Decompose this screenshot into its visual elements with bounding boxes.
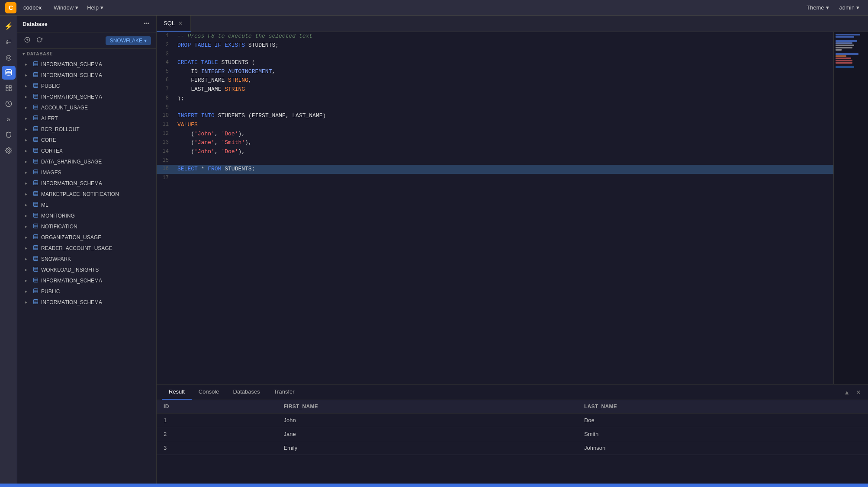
db-add-btn[interactable] (23, 36, 32, 45)
db-tree-item[interactable]: ▸ INFORMATION_SCHEMA (17, 70, 156, 80)
code-row[interactable]: 4CREATE TABLE STUDENTS ( (157, 58, 833, 67)
sidebar-item-history[interactable] (2, 97, 16, 111)
expand-icon: ▸ (25, 224, 30, 229)
menu-help[interactable]: Help (84, 3, 107, 13)
db-tree-item[interactable]: ▸ INFORMATION_SCHEMA (17, 91, 156, 102)
code-row[interactable]: 14 ('John', 'Doe'), (157, 147, 833, 157)
schema-icon (33, 277, 39, 284)
schema-icon (33, 83, 39, 89)
db-tree-item[interactable]: ▸ BCR_ROLLOUT (17, 124, 156, 135)
sidebar-item-shield[interactable] (2, 128, 16, 142)
db-tree-item[interactable]: ▸ PUBLIC (17, 286, 156, 297)
code-row[interactable]: 6 FIRST_NAME STRING, (157, 76, 833, 85)
svg-rect-61 (34, 202, 38, 207)
db-tree-item[interactable]: ▸ ORGANIZATION_USAGE (17, 232, 156, 243)
schema-icon (33, 72, 39, 78)
sidebar-item-settings[interactable] (2, 144, 16, 157)
db-section-label[interactable]: ▾ DATABASE (17, 49, 156, 59)
db-tree-item[interactable]: ▸ CORTEX (17, 145, 156, 156)
expand-icon: ▸ (25, 235, 30, 240)
db-tree-item[interactable]: ▸ NOTIFICATION (17, 221, 156, 232)
cell-id: 1 (157, 413, 276, 427)
svg-rect-89 (34, 278, 38, 282)
db-tree-item[interactable]: ▸ CORE (17, 135, 156, 145)
db-tree-item[interactable]: ▸ READER_ACCOUNT_USAGE (17, 243, 156, 253)
user-menu[interactable]: admin (836, 3, 863, 13)
code-row[interactable]: 10INSERT INTO STUDENTS (FIRST_NAME, LAST… (157, 112, 833, 121)
code-row[interactable]: 12 ('John', 'Doe'), (157, 130, 833, 139)
sidebar-item-target[interactable]: ◎ (2, 50, 16, 64)
db-tree-item[interactable]: ▸ IMAGES (17, 167, 156, 178)
expand-icon: ▸ (25, 246, 30, 250)
svg-rect-13 (34, 73, 38, 77)
cell-id: 2 (157, 427, 276, 441)
db-tree-item[interactable]: ▸ INFORMATION_SCHEMA (17, 59, 156, 70)
schema-icon (33, 223, 39, 230)
result-tab-result[interactable]: Result (162, 384, 192, 400)
db-refresh-btn[interactable] (35, 36, 44, 45)
code-row[interactable]: 17 (157, 174, 833, 182)
expand-icon: ▸ (25, 94, 30, 99)
theme-menu[interactable]: Theme (803, 3, 832, 13)
db-tree-item[interactable]: ▸ DATA_SHARING_USAGE (17, 156, 156, 167)
table-row[interactable]: 2 Jane Smith (157, 427, 868, 441)
result-tab-transfer[interactable]: Transfer (267, 384, 302, 400)
code-row[interactable]: 5 ID INTEGER AUTOINCREMENT, (157, 67, 833, 77)
code-row[interactable]: 3 (157, 50, 833, 58)
db-tree-item[interactable]: ▸ INFORMATION_SCHEMA (17, 275, 156, 286)
result-collapse-btn[interactable]: ▲ (842, 388, 852, 397)
sidebar-item-lightning[interactable]: ⚡ (2, 19, 16, 33)
tree-item-name: SNOWPARK (41, 256, 71, 262)
code-row[interactable]: 2DROP TABLE IF EXISTS STUDENTS; (157, 41, 833, 50)
tree-item-name: MONITORING (41, 213, 75, 219)
tree-item-name: ML (41, 202, 48, 208)
app-logo: C (5, 2, 16, 13)
snowflake-selector[interactable]: SNOWFLAKE (106, 36, 151, 45)
code-row[interactable]: 16SELECT * FROM STUDENTS; (157, 165, 833, 174)
code-row[interactable]: 7 LAST_NAME STRING (157, 85, 833, 94)
db-tree-item[interactable]: ▸ INFORMATION_SCHEMA (17, 297, 156, 308)
svg-rect-53 (34, 181, 38, 185)
code-row[interactable]: 13 ('Jane', 'Smith'), (157, 138, 833, 147)
db-tree-item[interactable]: ▸ ACCOUNT_USAGE (17, 102, 156, 113)
code-content (174, 103, 833, 112)
line-number: 1 (157, 32, 174, 41)
sidebar-item-arrows[interactable]: » (2, 112, 16, 126)
db-tree-item[interactable]: ▸ ML (17, 199, 156, 210)
db-tree-item[interactable]: ▸ PUBLIC (17, 80, 156, 91)
db-tree-item[interactable]: ▸ ALERT (17, 113, 156, 124)
db-tree-item[interactable]: ▸ MONITORING (17, 210, 156, 221)
code-row[interactable]: 9 (157, 103, 833, 112)
code-row[interactable]: 15 (157, 157, 833, 165)
cell-firstname: Jane (276, 427, 577, 441)
sidebar-item-grid[interactable] (2, 81, 16, 95)
code-content: VALUES (174, 121, 833, 130)
result-close-btn[interactable]: ✕ (854, 388, 863, 397)
code-row[interactable]: 11VALUES (157, 121, 833, 130)
sql-tab[interactable]: SQL ✕ (157, 16, 191, 32)
code-row[interactable]: 8); (157, 94, 833, 103)
db-tree-item[interactable]: ▸ SNOWPARK (17, 253, 156, 264)
sidebar-item-tag[interactable]: 🏷 (2, 35, 16, 48)
svg-rect-97 (34, 300, 38, 304)
table-row[interactable]: 1 John Doe (157, 413, 868, 427)
sidebar-item-database[interactable] (2, 66, 16, 80)
db-tree: ▾ DATABASE ▸ INFORMATION_SCHEMA ▸ INFORM… (17, 49, 156, 484)
editor-container[interactable]: 1-- Press F8 to execute the selected tex… (157, 32, 833, 384)
svg-rect-85 (34, 267, 38, 272)
db-tree-item[interactable]: ▸ INFORMATION_SCHEMA (17, 178, 156, 189)
tree-item-name: READER_ACCOUNT_USAGE (41, 245, 113, 251)
db-tree-item[interactable]: ▸ WORKLOAD_INSIGHTS (17, 264, 156, 275)
code-row[interactable]: 1-- Press F8 to execute the selected tex… (157, 32, 833, 41)
sql-tab-close[interactable]: ✕ (177, 19, 183, 27)
menu-window[interactable]: Window (50, 3, 82, 13)
line-number: 2 (157, 41, 174, 50)
svg-rect-37 (34, 138, 38, 142)
result-tab-console[interactable]: Console (192, 384, 226, 400)
result-tab-databases[interactable]: Databases (226, 384, 267, 400)
table-row[interactable]: 3 Emily Johnson (157, 441, 868, 455)
col-id: ID (157, 400, 276, 413)
db-tree-item[interactable]: ▸ MARKETPLACE_NOTIFICATION (17, 189, 156, 199)
db-panel-more[interactable]: ••• (142, 20, 151, 28)
minimap-content (834, 32, 868, 70)
